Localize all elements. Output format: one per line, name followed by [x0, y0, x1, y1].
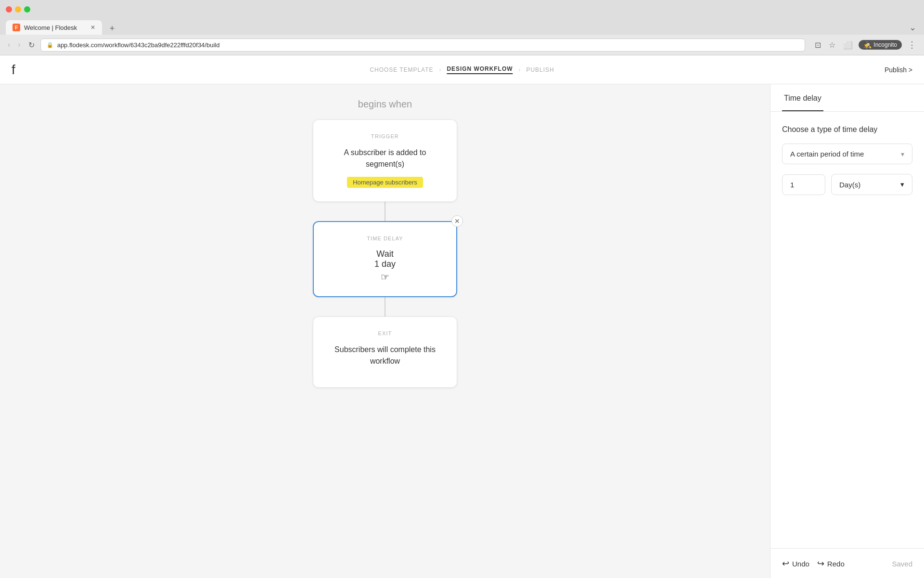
- saved-status: Saved: [892, 560, 912, 568]
- panel-section-title: Choose a type of time delay: [782, 125, 912, 134]
- workflow-canvas: begins when TRIGGER A subscriber is adde…: [0, 84, 770, 578]
- bookmark-icon[interactable]: ☆: [827, 39, 837, 52]
- exit-card[interactable]: EXIT Subscribers will complete this work…: [313, 316, 457, 388]
- address-bar-row: ‹ › ↻ 🔒 app.flodesk.com/workflow/6343c2b…: [0, 35, 924, 55]
- delay-type-chevron: ▾: [901, 150, 904, 158]
- tab-bar: F Welcome | Flodesk ✕ + ⌄: [0, 18, 924, 35]
- delay-type-dropdown[interactable]: A certain period of time ▾: [782, 144, 912, 164]
- address-bar[interactable]: 🔒 app.flodesk.com/workflow/6343c2ba9dfe2…: [40, 39, 806, 52]
- cursor-indicator: ☞: [329, 271, 441, 283]
- undo-label: Undo: [792, 560, 809, 568]
- unit-dropdown[interactable]: Day(s) ▾: [831, 174, 912, 195]
- new-tab-button[interactable]: +: [106, 22, 118, 35]
- step-arrow-1: ›: [439, 66, 441, 73]
- extensions-icon[interactable]: ⬜: [841, 39, 855, 52]
- step-choose-template[interactable]: CHOOSE TEMPLATE: [370, 66, 433, 73]
- time-delay-card[interactable]: TIME DELAY Wait 1 day ☞: [313, 221, 457, 297]
- panel-tab-time-delay[interactable]: Time delay: [782, 84, 823, 111]
- time-delay-label: TIME DELAY: [329, 236, 441, 241]
- main-content: begins when TRIGGER A subscriber is adde…: [0, 84, 924, 578]
- undo-icon: ↩: [782, 558, 789, 569]
- exit-description: Subscribers will complete this workflow: [329, 344, 441, 367]
- traffic-lights: [6, 6, 30, 13]
- maximize-button[interactable]: [24, 6, 30, 13]
- time-delay-wait: Wait: [329, 249, 441, 259]
- redo-label: Redo: [827, 560, 845, 568]
- forward-button[interactable]: ›: [16, 39, 22, 51]
- browser-chrome: F Welcome | Flodesk ✕ + ⌄ ‹ › ↻ 🔒 app.fl…: [0, 0, 924, 55]
- connector-1: [385, 202, 385, 221]
- tab-close-button[interactable]: ✕: [90, 24, 95, 31]
- exit-label: EXIT: [329, 330, 441, 336]
- step-arrow-2: ›: [518, 66, 520, 73]
- publish-button[interactable]: Publish >: [885, 66, 912, 74]
- delay-type-value: A certain period of time: [790, 150, 864, 158]
- panel-content: Choose a type of time delay A certain pe…: [770, 112, 924, 548]
- collapse-button[interactable]: ⌄: [907, 20, 918, 35]
- reload-button[interactable]: ↻: [26, 39, 37, 52]
- favicon-letter: F: [15, 25, 18, 30]
- unit-chevron: ▾: [900, 180, 904, 189]
- footer-actions: ↩ Undo ↪ Redo: [782, 558, 845, 569]
- app-header: f CHOOSE TEMPLATE › DESIGN WORKFLOW › PU…: [0, 55, 924, 84]
- panel-footer: ↩ Undo ↪ Redo Saved: [770, 548, 924, 578]
- right-panel: Time delay Choose a type of time delay A…: [770, 84, 924, 578]
- trigger-tag: Homepage subscribers: [347, 177, 423, 188]
- undo-button[interactable]: ↩ Undo: [782, 558, 809, 569]
- number-unit-row: Day(s) ▾: [782, 174, 912, 195]
- time-delay-card-wrapper: TIME DELAY Wait 1 day ☞ ✕: [313, 221, 457, 297]
- tab-favicon: F: [13, 24, 20, 31]
- step-design-workflow[interactable]: DESIGN WORKFLOW: [447, 66, 513, 74]
- titlebar: [0, 0, 924, 18]
- incognito-label: Incognito: [873, 41, 897, 48]
- address-text: app.flodesk.com/workflow/6343c2ba9dfe222…: [57, 41, 220, 49]
- time-delay-close-button[interactable]: ✕: [451, 215, 463, 227]
- connector-2: [385, 297, 385, 316]
- workflow-steps: CHOOSE TEMPLATE › DESIGN WORKFLOW › PUBL…: [370, 66, 554, 74]
- browser-menu-button[interactable]: ⋮: [906, 38, 918, 52]
- redo-icon: ↪: [817, 558, 824, 569]
- step-publish[interactable]: PUBLISH: [526, 66, 554, 73]
- app-logo: f: [12, 62, 15, 78]
- tab-title: Welcome | Flodesk: [24, 24, 77, 31]
- browser-actions: ⊡ ☆ ⬜ 🕵 Incognito ⋮: [813, 38, 918, 52]
- cast-icon[interactable]: ⊡: [813, 39, 823, 52]
- back-button[interactable]: ‹: [6, 39, 12, 51]
- unit-value: Day(s): [839, 181, 860, 189]
- minimize-button[interactable]: [15, 6, 21, 13]
- trigger-label: TRIGGER: [329, 133, 441, 139]
- trigger-description: A subscriber is added to segment(s): [329, 147, 441, 170]
- number-input[interactable]: [782, 174, 825, 195]
- panel-tabs: Time delay: [770, 84, 924, 112]
- incognito-badge: 🕵 Incognito: [859, 40, 902, 50]
- trigger-card[interactable]: TRIGGER A subscriber is added to segment…: [313, 119, 457, 202]
- begins-when-label: begins when: [358, 99, 412, 110]
- close-button[interactable]: [6, 6, 12, 13]
- lock-icon: 🔒: [47, 42, 53, 48]
- app: f CHOOSE TEMPLATE › DESIGN WORKFLOW › PU…: [0, 55, 924, 578]
- active-tab[interactable]: F Welcome | Flodesk ✕: [6, 20, 102, 35]
- redo-button[interactable]: ↪ Redo: [817, 558, 845, 569]
- time-delay-duration: 1 day: [329, 259, 441, 269]
